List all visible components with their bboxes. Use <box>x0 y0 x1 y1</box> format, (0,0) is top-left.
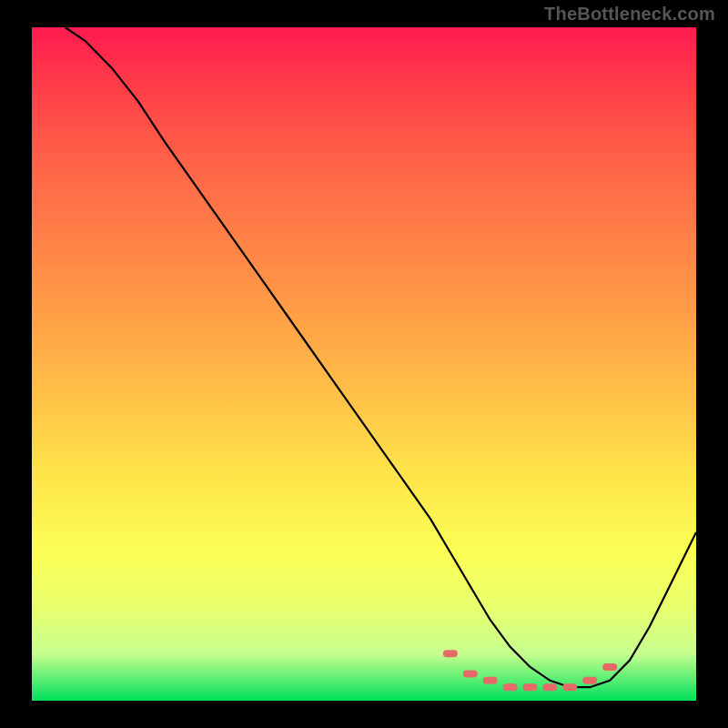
marker-dash <box>582 677 597 684</box>
watermark-label: TheBottleneck.com <box>544 4 715 25</box>
marker-dash <box>503 683 518 691</box>
chart-stage: TheBottleneck.com <box>0 0 728 728</box>
marker-dash <box>463 670 478 677</box>
bottleneck-curve <box>66 27 697 687</box>
marker-dash <box>542 683 557 691</box>
plot-area <box>32 27 696 701</box>
marker-dash <box>523 683 538 691</box>
marker-dash <box>602 663 617 671</box>
marker-dash <box>443 650 458 657</box>
marker-group <box>443 650 617 691</box>
marker-dash <box>483 677 498 684</box>
chart-svg <box>32 27 696 701</box>
marker-dash <box>562 683 577 691</box>
